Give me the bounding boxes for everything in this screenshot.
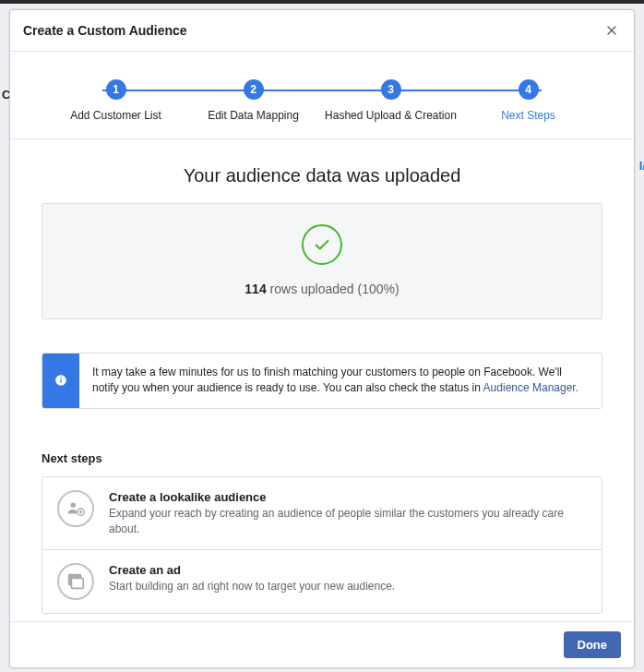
close-button[interactable] — [601, 19, 623, 42]
step-label: Hashed Upload & Creation — [325, 109, 457, 122]
next-steps-title: Next steps — [42, 451, 602, 465]
backdrop-side-text: I/ — [639, 159, 644, 173]
upload-row-count: 114 rows uploaded (100%) — [42, 282, 602, 296]
done-button[interactable]: Done — [564, 631, 622, 658]
option-title: Create an ad — [109, 563, 587, 577]
option-body: Create an ad Start building an ad right … — [109, 563, 587, 594]
success-check-icon — [302, 224, 342, 265]
custom-audience-modal: Create a Custom Audience 1 Add Customer … — [9, 9, 635, 668]
step-number: 1 — [106, 79, 126, 100]
modal-title: Create a Custom Audience — [23, 23, 187, 38]
step-next-steps[interactable]: 4 Next Steps — [459, 79, 597, 122]
info-banner: It may take a few minutes for us to fini… — [42, 353, 602, 409]
step-add-customer-list[interactable]: 1 Add Customer List — [47, 79, 185, 122]
backdrop-topbar — [0, 0, 644, 4]
step-number: 4 — [519, 79, 539, 100]
step-label: Edit Data Mapping — [208, 109, 299, 122]
option-lookalike-audience[interactable]: Create a lookalike audience Expand your … — [42, 477, 602, 551]
info-icon — [42, 354, 79, 408]
step-label: Add Customer List — [70, 109, 161, 122]
close-icon — [604, 23, 619, 38]
info-text: It may take a few minutes for us to fini… — [79, 354, 602, 408]
option-title: Create a lookalike audience — [109, 490, 587, 504]
step-number: 2 — [244, 79, 264, 100]
step-label: Next Steps — [501, 109, 555, 122]
row-suffix: rows uploaded (100%) — [267, 282, 400, 296]
next-steps-list: Create a lookalike audience Expand your … — [42, 476, 602, 615]
step-number: 3 — [381, 79, 401, 100]
content-area: Your audience data was uploaded 114 rows… — [10, 139, 634, 621]
svg-rect-5 — [71, 579, 83, 589]
option-desc: Start building an ad right now to target… — [109, 579, 587, 594]
modal-footer: Done — [10, 621, 634, 667]
svg-rect-1 — [60, 379, 61, 383]
stack-rect-icon — [57, 563, 94, 600]
audience-manager-link[interactable]: Audience Manager. — [483, 381, 578, 394]
upload-result-box: 114 rows uploaded (100%) — [42, 203, 602, 319]
people-plus-icon — [57, 490, 94, 527]
stepper: 1 Add Customer List 2 Edit Data Mapping … — [10, 52, 634, 139]
modal-header: Create a Custom Audience — [10, 10, 634, 51]
step-hashed-upload[interactable]: 3 Hashed Upload & Creation — [322, 79, 459, 122]
option-desc: Expand your reach by creating an audienc… — [109, 506, 587, 537]
option-body: Create a lookalike audience Expand your … — [109, 490, 587, 537]
row-number: 114 — [244, 282, 266, 296]
modal-body: 1 Add Customer List 2 Edit Data Mapping … — [10, 51, 634, 621]
upload-headline: Your audience data was uploaded — [23, 165, 621, 186]
svg-rect-2 — [60, 378, 61, 378]
step-edit-data-mapping[interactable]: 2 Edit Data Mapping — [185, 79, 322, 122]
option-create-ad[interactable]: Create an ad Start building an ad right … — [42, 550, 602, 613]
